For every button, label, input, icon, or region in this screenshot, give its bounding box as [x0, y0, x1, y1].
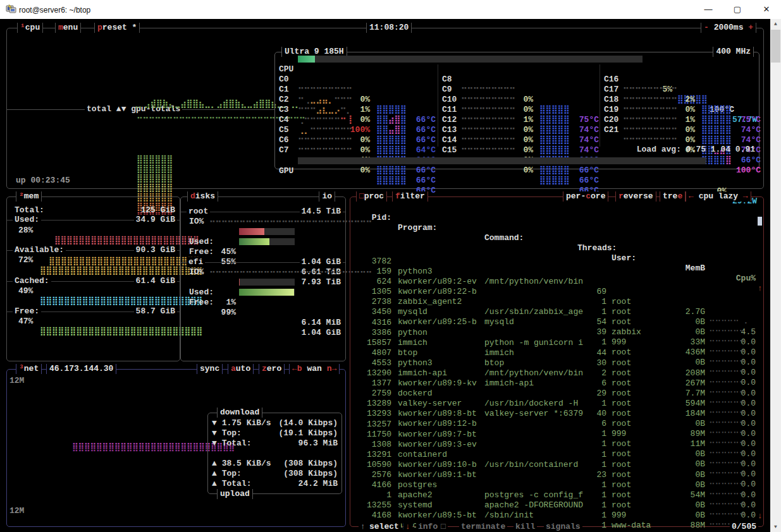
menu-button[interactable]: menu	[55, 23, 81, 33]
up-arrow-icon: ▲	[212, 479, 217, 488]
process-row[interactable]: 4807 python3 /mnt/python/venv/bin 6 root…	[350, 338, 763, 348]
core-row: C8 ⠒⠒⠒⠒⠒⠒⠒⠒⠒ 0% ⣿⣿⣿⣿⣿ 75°C	[440, 64, 601, 75]
disk-free-fill	[239, 238, 269, 245]
scrollbar-up-icon[interactable]: ▲	[770, 19, 781, 29]
sort-prev-icon[interactable]: ←	[689, 191, 694, 201]
process-row[interactable]: 1305 zabbix_agent2 /usr/sbin/zabbix_age …	[350, 277, 763, 287]
process-row[interactable]: 1308 containerd /usr/bin/containerd 23 r…	[350, 430, 763, 440]
net-ip-address: 46.173.144.30	[46, 364, 116, 374]
scrollbar-thumb[interactable]	[771, 30, 780, 63]
minimize-button[interactable]: —	[694, 0, 723, 19]
core-row: C3 ⢀⠒⠒⠒⠒⠒⠒⠒⢸ 100% ⣿⣿⣿⣿⣿ 64°C	[276, 95, 438, 105]
core-row: C21 ⠒⠒⠒⠒⠒⠒⠒⠒⠒ 0% ⣿⣿⣿⣿⣿ 100°C	[601, 115, 763, 125]
process-row[interactable]: 13293 kworker/u89:12-b 1 root 0B ⠒⠒⠒⠒⠒⠒ …	[350, 399, 763, 409]
proc-header-row: Pid: Program: Command: Threads: User: Me…	[350, 203, 763, 213]
process-row[interactable]: 3450 kworker/u89:25-b 1 root 0B ⠒⠒⠒⠒⠒⠒ 0…	[350, 297, 763, 307]
upload-title: upload	[217, 489, 253, 499]
process-row[interactable]: 159 kworker/u89:2-ev 1 root 0B ⠒⠒⠒⠒⠒⠒ 0.…	[350, 257, 763, 267]
process-row[interactable]: 1377 dockerd /usr/bin/dockerd -H 40 root…	[350, 368, 763, 378]
window-title: root@server6: ~/btop	[19, 5, 90, 15]
process-row[interactable]: 3386 immich immich 30 root 267M ⠒⠒⠒⠒⠒⠒ 0…	[350, 318, 763, 328]
sync-button[interactable]: sync	[197, 364, 223, 374]
mem-free-pct: 47%	[18, 317, 33, 327]
disks-title[interactable]: disks	[187, 191, 218, 202]
tab-proc[interactable]: □proc	[356, 191, 387, 202]
filter-button[interactable]: filter	[392, 191, 428, 202]
zero-button[interactable]: zero	[259, 364, 285, 374]
reverse-button[interactable]: reverse	[615, 191, 656, 202]
down-arrow-icon: ▼	[212, 418, 217, 428]
core-temp-meter: ⣿⣿⣿⣿⣿	[539, 176, 570, 186]
cpu-box: ¹cpu menu preset * 11:08:20 - 2000ms + t…	[6, 28, 764, 189]
interval-minus[interactable]: -	[704, 23, 709, 32]
core-temp-meter: ⣿⣿⣿⣿⣿	[701, 135, 732, 145]
prev-interface-button[interactable]: ←b	[292, 364, 302, 373]
mem-used-label: Used:	[13, 215, 41, 225]
next-interface-button[interactable]: n→	[327, 364, 337, 373]
sort-column-switcher[interactable]: ← cpu lazy →	[686, 191, 751, 202]
free-label: Free:	[189, 247, 214, 257]
process-row[interactable]: 624 kworker/u89:22-b 1 root 0B ⠒⠒⠒⠒⠒⠒ 0.…	[350, 267, 763, 277]
select-button[interactable]: select	[367, 522, 401, 532]
process-row[interactable]: 2576 postgres postgres -c config_f 1 999…	[350, 460, 763, 470]
maximize-button[interactable]: ▢	[723, 0, 752, 19]
upload-total-row: ▲ Total:24.2 MiB	[212, 479, 338, 489]
close-button[interactable]: ✕	[752, 0, 781, 19]
clock: 11:08:20	[366, 23, 412, 33]
preset-button[interactable]: preset *	[94, 23, 140, 33]
process-row[interactable]: 4553 immich-api immich-api 29 root 184M …	[350, 348, 763, 358]
process-row[interactable]: 13291 kworker/u89:10-b 1 root 0B ⠒⠒⠒⠒⠒⠒ …	[350, 440, 763, 450]
disk-efi-free-row: Free: 99% 1.04 GiB	[181, 287, 345, 298]
core-row: C10 ⠒⠒⠒⠒⠒⠒⠒⠒⠒ 1% ⣿⣿⣿⣿⣿ 74°C	[440, 85, 601, 95]
disk-root-used-row: Used: 45% 6.61 TiB	[181, 227, 345, 237]
process-row[interactable]: 3782 python3 /mnt/python/venv/bin 69 roo…	[350, 246, 763, 257]
process-row[interactable]: 11750 kworker/u89:3-ev 1 root 0B ⠒⠒⠒⠒⠒⠒ …	[350, 420, 763, 430]
mem-total-value: 125 GiB	[140, 205, 175, 215]
disk-free-bar	[239, 238, 295, 245]
tab-mem[interactable]: ²mem	[16, 191, 42, 202]
window-scrollbar[interactable]: ▲ ▼	[770, 19, 781, 532]
proc-scrollbar-thumb[interactable]	[758, 217, 762, 226]
tab-cpu[interactable]: ¹cpu	[17, 23, 43, 33]
select-up-icon[interactable]: ↑	[359, 522, 367, 532]
process-row[interactable]: 13290 kworker/u89:9-kv 1 root 0B ⠒⠒⠒⠒⠒⠒ …	[350, 358, 763, 368]
info-icon: □	[439, 522, 448, 532]
interface-switcher[interactable]: ←b wan n→	[289, 364, 340, 374]
down-arrow-icon: ▼	[212, 428, 217, 438]
core-temp: 74°C	[728, 125, 761, 135]
process-row[interactable]: 13289 kworker/u89:8-bt 1 root 0B ⠒⠒⠒⠒⠒⠒ …	[350, 389, 763, 399]
mem-used-value: 34.9 GiB	[134, 215, 177, 225]
per-core-button[interactable]: per-core	[563, 191, 608, 202]
core-temp: 100°C	[728, 166, 761, 176]
tab-net[interactable]: ³net	[16, 364, 42, 374]
load-average: Load avg: 0.75 1.04 0.91	[275, 145, 755, 155]
process-row[interactable]: 4168 apache2 apache2 -DFOREGROUND 1 www-…	[350, 500, 763, 511]
tree-button[interactable]: tree	[660, 191, 686, 202]
process-row[interactable]: 15857 btop btop 2 root 7.7M ⠒⠒⠒⠒⠒⠒ 0.0	[350, 328, 763, 338]
disk-root-size: 14.5 TiB	[300, 207, 343, 217]
signals-button[interactable]: signals	[544, 522, 582, 532]
io-mode-button[interactable]: io	[319, 191, 335, 202]
process-row[interactable]: 1 systemd /sbin/init 1 root 12M ⠒⠒⠒⠒⠒⠒ 0…	[350, 480, 763, 490]
info-button[interactable]: info	[416, 522, 440, 532]
process-row[interactable]: 2759 valkey-server valkey-server *:6379 …	[350, 378, 763, 389]
updown-icon: ▲▼	[116, 104, 126, 114]
scrollbar-down-icon[interactable]: ▼	[770, 522, 781, 532]
gpu-row-label: GPU	[279, 166, 293, 176]
process-row[interactable]: 2738 mysqld mysqld 39 999 436M ⠒⠒⠒⠒⠒⠒ 0.…	[350, 287, 763, 297]
terminate-button[interactable]: terminate	[459, 522, 507, 532]
disk-free-bar	[239, 289, 295, 296]
interval-plus[interactable]: +	[748, 23, 753, 32]
process-row[interactable]: 12 kworker/u88:0-i9 1 root 0B ⠒⠒⠒⠒⠒⠒ 0.0	[350, 511, 763, 521]
download-title: download	[217, 408, 262, 418]
uptime-label: up 00:23:45	[16, 176, 70, 186]
kill-button[interactable]: kill	[513, 522, 537, 532]
sort-next-icon[interactable]: →	[743, 191, 748, 201]
process-row[interactable]: 13257 kworker/u89:7-bt 1 root 0B ⠒⠒⠒⠒⠒⠒ …	[350, 409, 763, 420]
select-down-icon[interactable]: ↓	[403, 522, 412, 532]
process-row[interactable]: 13255 kworker/u89:5-bt 1 root 0B ⠒⠒⠒⠒⠒⠒ …	[350, 490, 763, 500]
process-row[interactable]: 10590 kworker/u89:1-bt 1 root 0B ⠒⠒⠒⠒⠒⠒ …	[350, 450, 763, 460]
process-row[interactable]: 4316 python python -m gunicorn i 44 root…	[350, 308, 763, 318]
auto-button[interactable]: auto	[228, 364, 254, 374]
process-row[interactable]: 4166 apache2 apache2 -DFOREGROUND 1 www-…	[350, 470, 763, 480]
